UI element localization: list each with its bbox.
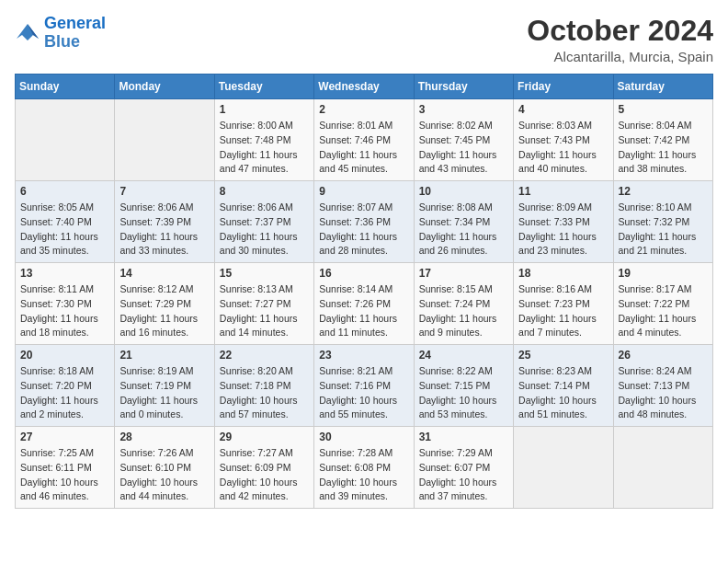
day-info: Sunrise: 8:18 AMSunset: 7:20 PMDaylight:…	[20, 364, 109, 422]
day-number: 23	[319, 349, 408, 362]
weekday-header: Thursday	[414, 75, 513, 99]
day-number: 17	[419, 267, 508, 280]
calendar-cell: 19Sunrise: 8:17 AMSunset: 7:22 PMDayligh…	[613, 263, 712, 345]
calendar-cell: 23Sunrise: 8:21 AMSunset: 7:16 PMDayligh…	[314, 345, 414, 427]
logo-general: General	[44, 14, 106, 32]
calendar-cell	[613, 427, 712, 509]
day-number: 21	[119, 349, 209, 362]
day-number: 26	[619, 349, 708, 362]
day-info: Sunrise: 8:04 AMSunset: 7:42 PMDaylight:…	[619, 119, 708, 177]
calendar-cell: 8Sunrise: 8:06 AMSunset: 7:37 PMDaylight…	[214, 181, 313, 263]
calendar-cell: 25Sunrise: 8:23 AMSunset: 7:14 PMDayligh…	[514, 345, 613, 427]
day-number: 6	[20, 185, 109, 198]
month-title: October 2024	[527, 15, 713, 47]
title-block: October 2024 Alcantarilla, Murcia, Spain	[527, 15, 713, 64]
day-number: 24	[419, 349, 508, 362]
day-info: Sunrise: 8:05 AMSunset: 7:40 PMDaylight:…	[20, 201, 109, 259]
calendar-cell: 30Sunrise: 7:28 AMSunset: 6:08 PMDayligh…	[314, 427, 414, 509]
calendar-cell: 16Sunrise: 8:14 AMSunset: 7:26 PMDayligh…	[314, 263, 414, 345]
day-info: Sunrise: 8:20 AMSunset: 7:18 PMDaylight:…	[220, 364, 309, 422]
calendar-cell: 15Sunrise: 8:13 AMSunset: 7:27 PMDayligh…	[214, 263, 313, 345]
calendar-cell	[16, 99, 115, 181]
calendar-cell: 17Sunrise: 8:15 AMSunset: 7:24 PMDayligh…	[414, 263, 513, 345]
day-info: Sunrise: 8:08 AMSunset: 7:34 PMDaylight:…	[419, 201, 508, 259]
weekday-header: Monday	[115, 75, 214, 99]
day-number: 8	[220, 185, 309, 198]
calendar-week-row: 20Sunrise: 8:18 AMSunset: 7:20 PMDayligh…	[16, 345, 713, 427]
weekday-header-row: SundayMondayTuesdayWednesdayThursdayFrid…	[16, 75, 713, 99]
day-info: Sunrise: 8:15 AMSunset: 7:24 PMDaylight:…	[419, 282, 508, 340]
day-info: Sunrise: 8:13 AMSunset: 7:27 PMDaylight:…	[220, 282, 309, 340]
calendar-cell: 27Sunrise: 7:25 AMSunset: 6:11 PMDayligh…	[16, 427, 115, 509]
calendar-cell: 28Sunrise: 7:26 AMSunset: 6:10 PMDayligh…	[115, 427, 214, 509]
day-info: Sunrise: 8:19 AMSunset: 7:19 PMDaylight:…	[119, 364, 209, 422]
calendar-week-row: 27Sunrise: 7:25 AMSunset: 6:11 PMDayligh…	[16, 427, 713, 509]
calendar-cell: 24Sunrise: 8:22 AMSunset: 7:15 PMDayligh…	[414, 345, 513, 427]
calendar-cell: 7Sunrise: 8:06 AMSunset: 7:39 PMDaylight…	[115, 181, 214, 263]
day-number: 22	[220, 349, 309, 362]
weekday-header: Wednesday	[314, 75, 414, 99]
day-number: 29	[220, 431, 309, 443]
day-info: Sunrise: 8:21 AMSunset: 7:16 PMDaylight:…	[319, 364, 408, 422]
day-info: Sunrise: 8:24 AMSunset: 7:13 PMDaylight:…	[619, 364, 708, 422]
day-info: Sunrise: 8:00 AMSunset: 7:48 PMDaylight:…	[220, 119, 309, 177]
day-info: Sunrise: 8:11 AMSunset: 7:30 PMDaylight:…	[20, 282, 109, 340]
calendar-cell	[514, 427, 613, 509]
calendar-cell: 21Sunrise: 8:19 AMSunset: 7:19 PMDayligh…	[115, 345, 214, 427]
calendar-cell: 5Sunrise: 8:04 AMSunset: 7:42 PMDaylight…	[613, 99, 712, 181]
weekday-header: Tuesday	[214, 75, 313, 99]
day-number: 12	[619, 185, 708, 198]
day-info: Sunrise: 8:02 AMSunset: 7:45 PMDaylight:…	[419, 119, 508, 177]
calendar-cell: 9Sunrise: 8:07 AMSunset: 7:36 PMDaylight…	[314, 181, 414, 263]
day-number: 14	[119, 267, 209, 280]
weekday-header: Friday	[514, 75, 613, 99]
calendar-cell: 11Sunrise: 8:09 AMSunset: 7:33 PMDayligh…	[514, 181, 613, 263]
day-number: 30	[319, 431, 408, 443]
day-info: Sunrise: 7:29 AMSunset: 6:07 PMDaylight:…	[419, 446, 508, 504]
logo-blue: Blue	[44, 32, 80, 51]
logo-text: General Blue	[44, 15, 106, 52]
day-number: 16	[319, 267, 408, 280]
day-number: 31	[419, 431, 508, 443]
day-number: 5	[619, 103, 708, 116]
day-number: 11	[518, 185, 608, 198]
day-number: 28	[119, 431, 209, 443]
day-number: 10	[419, 185, 508, 198]
calendar-cell: 2Sunrise: 8:01 AMSunset: 7:46 PMDaylight…	[314, 99, 414, 181]
day-info: Sunrise: 8:23 AMSunset: 7:14 PMDaylight:…	[518, 364, 608, 422]
calendar-cell: 31Sunrise: 7:29 AMSunset: 6:07 PMDayligh…	[414, 427, 513, 509]
day-number: 9	[319, 185, 408, 198]
day-number: 3	[419, 103, 508, 116]
page-header: General Blue October 2024 Alcantarilla, …	[15, 15, 713, 64]
day-number: 7	[119, 185, 209, 198]
day-info: Sunrise: 8:01 AMSunset: 7:46 PMDaylight:…	[319, 119, 408, 177]
logo-icon	[15, 20, 40, 46]
day-info: Sunrise: 8:06 AMSunset: 7:39 PMDaylight:…	[119, 201, 209, 259]
calendar-cell: 18Sunrise: 8:16 AMSunset: 7:23 PMDayligh…	[514, 263, 613, 345]
calendar: SundayMondayTuesdayWednesdayThursdayFrid…	[15, 74, 713, 509]
day-number: 15	[220, 267, 309, 280]
calendar-cell	[115, 99, 214, 181]
day-number: 4	[518, 103, 608, 116]
weekday-header: Saturday	[613, 75, 712, 99]
calendar-cell: 6Sunrise: 8:05 AMSunset: 7:40 PMDaylight…	[16, 181, 115, 263]
day-info: Sunrise: 7:27 AMSunset: 6:09 PMDaylight:…	[220, 446, 309, 504]
calendar-cell: 1Sunrise: 8:00 AMSunset: 7:48 PMDaylight…	[214, 99, 313, 181]
day-info: Sunrise: 7:25 AMSunset: 6:11 PMDaylight:…	[20, 446, 109, 504]
day-number: 2	[319, 103, 408, 116]
calendar-week-row: 13Sunrise: 8:11 AMSunset: 7:30 PMDayligh…	[16, 263, 713, 345]
calendar-cell: 13Sunrise: 8:11 AMSunset: 7:30 PMDayligh…	[16, 263, 115, 345]
calendar-cell: 3Sunrise: 8:02 AMSunset: 7:45 PMDaylight…	[414, 99, 513, 181]
calendar-cell: 20Sunrise: 8:18 AMSunset: 7:20 PMDayligh…	[16, 345, 115, 427]
day-info: Sunrise: 8:17 AMSunset: 7:22 PMDaylight:…	[619, 282, 708, 340]
location: Alcantarilla, Murcia, Spain	[527, 49, 713, 64]
day-info: Sunrise: 7:28 AMSunset: 6:08 PMDaylight:…	[319, 446, 408, 504]
day-info: Sunrise: 8:06 AMSunset: 7:37 PMDaylight:…	[220, 201, 309, 259]
svg-marker-0	[17, 24, 39, 40]
day-info: Sunrise: 8:03 AMSunset: 7:43 PMDaylight:…	[518, 119, 608, 177]
day-info: Sunrise: 8:16 AMSunset: 7:23 PMDaylight:…	[518, 282, 608, 340]
day-info: Sunrise: 8:12 AMSunset: 7:29 PMDaylight:…	[119, 282, 209, 340]
calendar-cell: 4Sunrise: 8:03 AMSunset: 7:43 PMDaylight…	[514, 99, 613, 181]
day-number: 18	[518, 267, 608, 280]
day-info: Sunrise: 8:09 AMSunset: 7:33 PMDaylight:…	[518, 201, 608, 259]
